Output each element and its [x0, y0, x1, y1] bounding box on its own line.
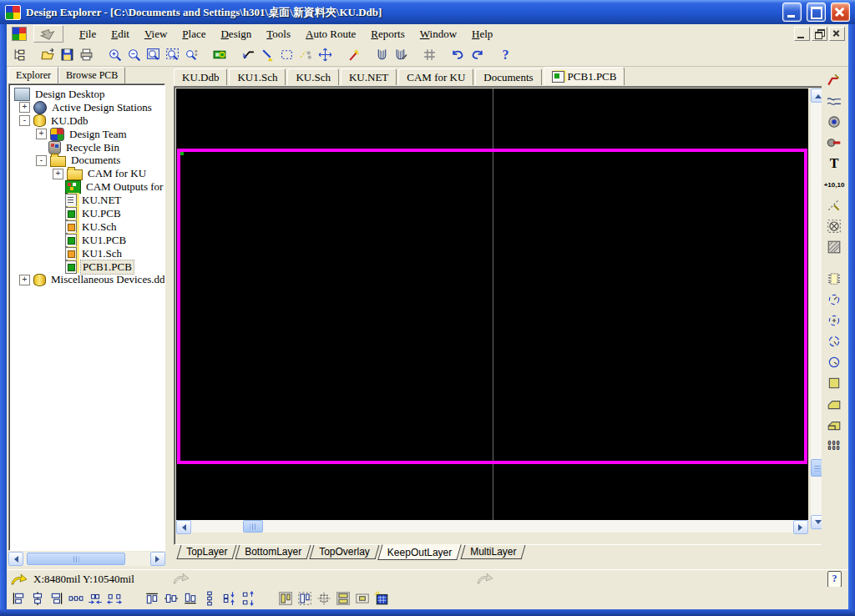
split-plane-button[interactable] [824, 415, 844, 435]
doc-tab-documents[interactable]: Documents [475, 68, 541, 85]
expand-toggle[interactable]: + [19, 102, 30, 113]
menu-place[interactable]: Place [175, 26, 213, 43]
mdi-restore-button[interactable] [812, 27, 827, 41]
tree-item-label[interactable]: KU.NET [80, 194, 123, 207]
minimize-button[interactable] [782, 3, 802, 22]
place-hatched-fill-button[interactable] [824, 237, 844, 257]
move-to-grid-button[interactable] [314, 589, 333, 608]
space-equal-horizontal-button[interactable] [66, 589, 85, 608]
menu-help[interactable]: Help [464, 26, 500, 43]
paste-array-special-button[interactable] [372, 589, 391, 608]
tree-item-label[interactable]: Miscellaneous Devices.ddb [49, 273, 165, 286]
mesh-shield-button[interactable] [372, 46, 392, 64]
redo-button[interactable] [468, 46, 487, 64]
mdi-minimize-button[interactable] [794, 27, 810, 41]
design-window-menu-button[interactable] [33, 25, 63, 43]
tree-item-label-selected[interactable]: PCB1.PCB [80, 260, 134, 275]
align-middle-button[interactable] [161, 589, 180, 608]
place-string-button[interactable]: T [824, 154, 844, 174]
tree-item-label[interactable]: CAM Outputs for KU [84, 180, 165, 194]
menu-tools[interactable]: Tools [259, 26, 298, 43]
place-via-button[interactable] [824, 112, 844, 132]
doc-tab-ku-ddb[interactable]: KU.Ddb [174, 68, 227, 85]
tree-item-label[interactable]: KU1.Sch [80, 247, 124, 260]
tree-item-ku1-sch[interactable]: KU1.Sch [9, 247, 164, 260]
tree-item-label[interactable]: Design Desktop [33, 88, 106, 101]
zoom-selection-button[interactable] [182, 46, 201, 64]
tree-item-active-design-stations[interactable]: +Active Design Stations [9, 101, 164, 114]
menu-file[interactable]: File [72, 26, 104, 43]
paste-array-button[interactable]: 000000 [824, 436, 844, 456]
document-system-icon[interactable] [12, 27, 27, 41]
increase-vertical-spacing-button[interactable] [238, 589, 257, 608]
align-left-button[interactable] [8, 589, 28, 608]
save-button[interactable] [58, 46, 77, 64]
tree-item-label[interactable]: Design Team [68, 128, 129, 141]
undo-button[interactable] [448, 46, 468, 64]
mesh-shield-pen-button[interactable] [392, 46, 411, 64]
panel-horizontal-scrollbar[interactable] [8, 552, 165, 566]
scrollbar-thumb[interactable] [243, 520, 263, 533]
tree-item-ku-pcb[interactable]: KU.PCB [9, 207, 164, 220]
menu-auto-route[interactable]: Auto Route [298, 26, 363, 43]
cutter-button[interactable] [239, 46, 258, 64]
expand-toggle[interactable]: + [53, 169, 63, 179]
tree-item-label[interactable]: Documents [69, 154, 122, 167]
align-bottom-button[interactable] [180, 589, 200, 608]
highlight-net-button[interactable] [258, 46, 277, 64]
zoom-document-button[interactable] [163, 46, 182, 64]
tree-item-ku-ddb[interactable]: -KU.Ddb [9, 114, 164, 128]
component-placement-button[interactable] [333, 589, 352, 608]
tree-item-cam-outputs[interactable]: CAM Outputs for KU [9, 180, 164, 194]
arrange-in-region-button[interactable] [295, 589, 314, 608]
scroll-left-button[interactable] [8, 552, 23, 566]
increase-horizontal-spacing-button[interactable] [104, 589, 124, 608]
space-equal-vertical-button[interactable] [200, 589, 219, 608]
tree-item-ku-sch[interactable]: KU.Sch [9, 220, 164, 234]
layer-tab-keepoutlayer[interactable]: KeepOutLayer [377, 544, 462, 560]
menu-view[interactable]: View [137, 26, 175, 43]
menu-design[interactable]: Design [213, 26, 259, 43]
canvas-horizontal-scrollbar[interactable] [176, 520, 808, 533]
tree-item-design-team[interactable]: +Design Team [9, 128, 164, 141]
zoom-out-button[interactable] [124, 46, 144, 64]
zoom-area-button[interactable] [144, 46, 163, 64]
tree-item-cam-for-ku[interactable]: +CAM for KU [9, 167, 164, 180]
deselect-button[interactable] [296, 46, 316, 64]
context-help-icon[interactable]: ? [827, 571, 842, 588]
doc-tab-pcb1-pcb[interactable]: PCB1.PCB [544, 67, 625, 85]
tree-item-ku1-pcb[interactable]: KU1.PCB [9, 234, 164, 247]
shove-component-button[interactable] [352, 589, 372, 608]
pcb-canvas[interactable] [176, 88, 808, 529]
tree-item-misc-devices[interactable]: +Miscellaneous Devices.ddb [9, 273, 164, 286]
place-coordinate-button[interactable]: +10,10 [824, 174, 844, 194]
arc-center-button[interactable] [824, 311, 844, 331]
scroll-left-button[interactable] [176, 520, 191, 534]
doc-tab-cam-for-ku[interactable]: CAM for KU [398, 68, 473, 85]
snap-grid-button[interactable] [420, 46, 439, 64]
doc-tab-ku-sch[interactable]: KU.Sch [287, 68, 339, 85]
move-button[interactable] [316, 46, 335, 64]
expand-toggle[interactable]: + [36, 129, 47, 139]
arc-track-button[interactable] [824, 91, 844, 111]
layer-tab-topoverlay[interactable]: TopOverlay [310, 545, 380, 559]
layer-tab-toplayer[interactable]: TopLayer [177, 545, 237, 559]
tree-item-label[interactable]: Active Design Stations [50, 101, 154, 114]
scrollbar-thumb[interactable] [27, 553, 125, 565]
tree-item-ku-net[interactable]: KU.NET [9, 194, 164, 207]
scroll-right-button[interactable] [150, 552, 165, 566]
arrange-in-room-button[interactable] [276, 589, 295, 608]
close-button[interactable] [831, 3, 850, 22]
tree-item-label[interactable]: KU.Ddb [49, 114, 89, 128]
arc-edge-button[interactable] [824, 290, 844, 310]
tree-item-label[interactable]: KU.PCB [80, 207, 123, 220]
place-crossed-circle-button[interactable] [824, 216, 844, 236]
arc-angle-button[interactable] [824, 331, 844, 351]
tab-explorer[interactable]: Explorer [8, 67, 58, 83]
print-button[interactable] [77, 46, 96, 64]
full-circle-button[interactable] [824, 352, 844, 372]
layer-tab-multilayer[interactable]: MultiLayer [460, 545, 525, 559]
place-dimension-button[interactable] [824, 195, 844, 215]
browse-pcb-button[interactable] [210, 46, 230, 64]
select-area-button[interactable] [277, 46, 296, 64]
